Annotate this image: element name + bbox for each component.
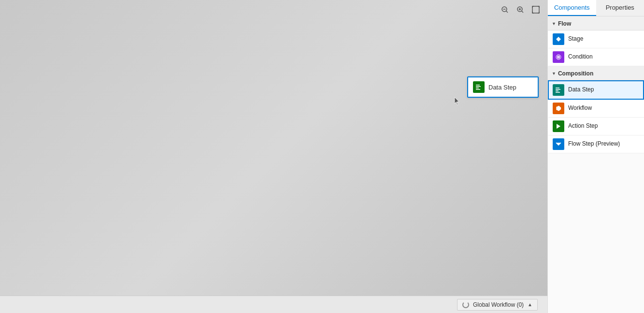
canvas-node-icon [473, 81, 485, 93]
component-item-flow-step-preview[interactable]: Flow Step (Preview) [548, 135, 644, 153]
svg-rect-11 [476, 89, 480, 90]
panel-tabs: Components Properties [548, 0, 644, 16]
svg-rect-7 [532, 6, 539, 13]
component-item-stage[interactable]: Stage [548, 30, 644, 48]
component-item-condition[interactable]: Condition [548, 48, 644, 66]
bottom-bar: Global Workflow (0) ▲ [0, 296, 547, 313]
svg-rect-18 [556, 89, 560, 90]
tab-components[interactable]: Components [548, 0, 596, 16]
section-composition-label: Composition [558, 70, 593, 77]
zoom-in-button[interactable] [514, 3, 527, 16]
stage-label: Stage [568, 35, 583, 43]
section-flow-label: Flow [558, 20, 571, 27]
data-step-icon [553, 84, 564, 96]
svg-rect-10 [476, 88, 479, 89]
svg-rect-9 [476, 86, 481, 87]
composition-arrow-icon: ▼ [552, 71, 556, 76]
chevron-up-icon: ▲ [528, 302, 532, 307]
condition-label: Condition [568, 53, 593, 61]
svg-rect-8 [476, 85, 480, 86]
section-composition-header: ▼ Composition [548, 66, 644, 80]
fit-screen-button[interactable] [529, 3, 543, 16]
condition-icon [553, 51, 564, 63]
flow-step-preview-label: Flow Step (Preview) [568, 140, 620, 148]
component-item-action-step[interactable]: Action Step [548, 118, 644, 135]
flow-arrow-icon: ▼ [552, 21, 556, 26]
right-panel: Components Properties ▼ Flow Stage [547, 0, 644, 313]
zoom-out-button[interactable] [498, 3, 512, 16]
panel-content: ▼ Flow Stage Condition [548, 16, 644, 313]
canvas-data-step-node[interactable]: Data Step [467, 76, 539, 98]
workflow-icon [553, 103, 564, 114]
svg-rect-19 [556, 90, 558, 91]
svg-marker-12 [556, 37, 561, 42]
svg-rect-17 [556, 88, 559, 89]
canvas[interactable] [0, 0, 547, 313]
stage-icon [553, 33, 564, 45]
svg-line-4 [522, 11, 524, 13]
data-step-label: Data Step [568, 86, 594, 94]
workflow-spin-icon [462, 301, 469, 308]
section-flow-header: ▼ Flow [548, 16, 644, 30]
action-step-label: Action Step [568, 122, 598, 130]
tab-properties[interactable]: Properties [596, 0, 644, 16]
canvas-node-label: Data Step [488, 84, 516, 91]
svg-point-22 [558, 108, 559, 109]
flow-step-preview-icon [553, 138, 564, 150]
svg-rect-20 [556, 92, 560, 93]
component-item-workflow[interactable]: Workflow [548, 100, 644, 118]
global-workflow-pill[interactable]: Global Workflow (0) ▲ [457, 299, 538, 311]
workflow-label: Workflow [568, 104, 592, 112]
component-item-data-step[interactable]: Data Step [548, 80, 644, 100]
global-workflow-label: Global Workflow (0) [473, 301, 524, 308]
action-step-icon [553, 120, 564, 132]
svg-marker-23 [557, 124, 560, 129]
svg-line-1 [506, 11, 508, 13]
canvas-toolbar [498, 3, 543, 16]
